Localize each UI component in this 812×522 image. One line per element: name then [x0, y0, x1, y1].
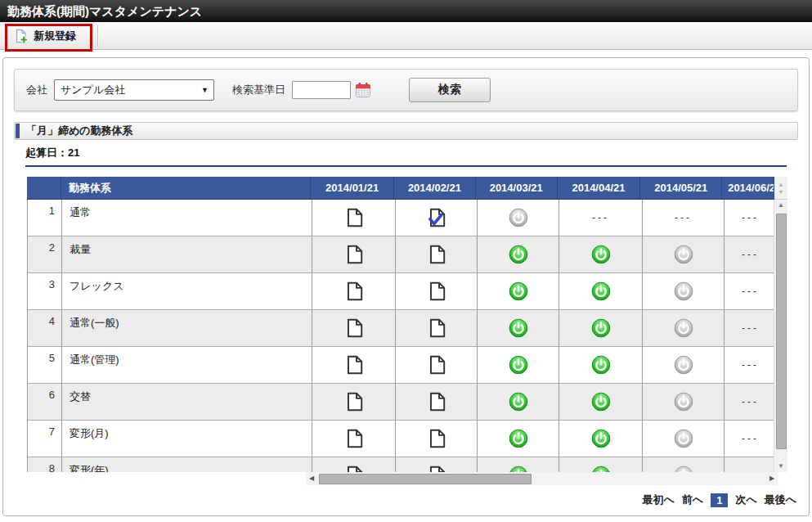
power-off-icon[interactable]	[673, 391, 694, 412]
document-icon[interactable]	[343, 317, 365, 339]
power-on-icon[interactable]	[508, 391, 529, 412]
status-cell[interactable]	[396, 310, 478, 347]
status-cell[interactable]	[559, 310, 643, 347]
status-cell[interactable]	[396, 347, 478, 384]
power-on-icon[interactable]	[508, 317, 529, 339]
power-off-icon[interactable]	[673, 244, 694, 265]
document-icon[interactable]	[426, 391, 447, 412]
status-cell[interactable]	[396, 236, 478, 273]
status-cell[interactable]	[559, 457, 643, 472]
pagination-first[interactable]: 最初へ	[643, 493, 675, 507]
status-cell[interactable]	[643, 310, 725, 347]
scroll-up-arrow-icon[interactable]: ▲	[774, 200, 787, 211]
power-off-icon[interactable]	[673, 428, 694, 449]
new-registration-button[interactable]: 新規登録	[14, 26, 76, 46]
company-select[interactable]: サンプル会社 ▼	[54, 79, 214, 101]
base-date-label: 検索基準日	[232, 83, 285, 97]
status-cell[interactable]	[559, 273, 643, 310]
power-off-icon[interactable]	[673, 465, 694, 472]
power-on-icon[interactable]	[590, 354, 612, 376]
power-on-icon[interactable]	[590, 391, 612, 412]
status-cell: ---	[725, 310, 777, 347]
status-cell[interactable]	[559, 347, 643, 384]
schedule-name: 変形(月)	[62, 421, 312, 457]
base-date-input[interactable]	[292, 81, 351, 99]
scroll-right-arrow-icon[interactable]: ▶	[766, 472, 778, 485]
status-cell[interactable]	[312, 457, 396, 472]
power-on-icon[interactable]	[590, 244, 612, 265]
document-icon[interactable]	[426, 281, 447, 302]
status-cell[interactable]	[478, 236, 559, 273]
document-icon[interactable]	[426, 428, 447, 449]
status-cell[interactable]	[478, 457, 559, 472]
power-on-icon[interactable]	[590, 317, 612, 339]
status-cell[interactable]	[478, 421, 559, 457]
status-cell[interactable]	[312, 347, 396, 384]
document-icon[interactable]	[343, 207, 365, 228]
status-cell[interactable]	[643, 421, 725, 457]
calendar-icon[interactable]	[355, 82, 371, 98]
status-cell[interactable]	[559, 236, 643, 273]
status-cell[interactable]	[312, 310, 396, 347]
status-cell[interactable]	[396, 273, 478, 310]
power-on-icon[interactable]	[508, 244, 529, 265]
document-edited-icon[interactable]	[426, 207, 447, 228]
status-cell[interactable]	[478, 347, 559, 384]
power-on-icon[interactable]	[508, 281, 529, 302]
power-off-icon[interactable]	[673, 354, 694, 376]
horizontal-scrollbar-thumb[interactable]	[319, 474, 532, 484]
status-cell[interactable]	[312, 236, 396, 273]
row-number: 1	[28, 200, 62, 236]
power-off-icon[interactable]	[673, 281, 694, 302]
document-icon[interactable]	[426, 317, 447, 339]
pagination-prev[interactable]: 前へ	[682, 493, 703, 507]
document-icon[interactable]	[343, 354, 365, 376]
status-cell[interactable]	[559, 384, 643, 421]
document-icon[interactable]	[343, 428, 365, 449]
power-on-icon[interactable]	[508, 428, 529, 449]
status-cell[interactable]	[478, 200, 559, 236]
status-cell[interactable]	[396, 384, 478, 421]
document-icon[interactable]	[343, 281, 365, 302]
search-button[interactable]: 検索	[409, 78, 491, 102]
status-cell[interactable]	[312, 384, 396, 421]
section-title: 「月」締めの勤務体系	[15, 123, 797, 139]
document-icon[interactable]	[343, 391, 365, 412]
status-cell[interactable]	[643, 384, 725, 421]
power-on-icon[interactable]	[508, 465, 529, 472]
document-icon[interactable]	[426, 465, 447, 472]
scroll-left-arrow-icon[interactable]: ◀	[306, 472, 317, 485]
status-cell[interactable]	[312, 421, 396, 457]
document-icon[interactable]	[426, 354, 447, 376]
pagination-next[interactable]: 次へ	[735, 493, 756, 507]
status-cell[interactable]	[643, 273, 725, 310]
status-cell[interactable]	[478, 310, 559, 347]
status-cell[interactable]	[478, 384, 559, 421]
vertical-scrollbar-thumb[interactable]	[776, 214, 787, 449]
scroll-down-arrow-icon[interactable]: ▼	[774, 461, 787, 472]
row-number: 2	[28, 236, 62, 273]
document-icon[interactable]	[343, 244, 365, 265]
power-off-icon[interactable]	[508, 207, 529, 228]
power-on-icon[interactable]	[590, 465, 612, 472]
document-icon[interactable]	[426, 244, 447, 265]
pagination-last[interactable]: 最後へ	[765, 493, 796, 507]
power-off-icon[interactable]	[673, 317, 694, 339]
status-cell[interactable]	[643, 347, 725, 384]
schedule-name: 通常(一般)	[62, 310, 312, 347]
status-cell[interactable]	[643, 457, 725, 472]
power-on-icon[interactable]	[508, 354, 529, 376]
vertical-scrollbar[interactable]: ▲ ▼	[774, 200, 787, 472]
status-cell[interactable]	[559, 421, 643, 457]
document-icon[interactable]	[343, 465, 365, 472]
horizontal-scrollbar[interactable]: ◀ ▶	[306, 472, 778, 485]
status-cell[interactable]	[643, 236, 725, 273]
status-cell[interactable]	[478, 273, 559, 310]
status-cell[interactable]	[312, 273, 396, 310]
status-cell[interactable]	[396, 457, 478, 472]
power-on-icon[interactable]	[590, 281, 612, 302]
status-cell[interactable]	[396, 421, 478, 457]
status-cell[interactable]	[396, 200, 478, 236]
power-on-icon[interactable]	[590, 428, 612, 449]
status-cell[interactable]	[312, 200, 396, 236]
